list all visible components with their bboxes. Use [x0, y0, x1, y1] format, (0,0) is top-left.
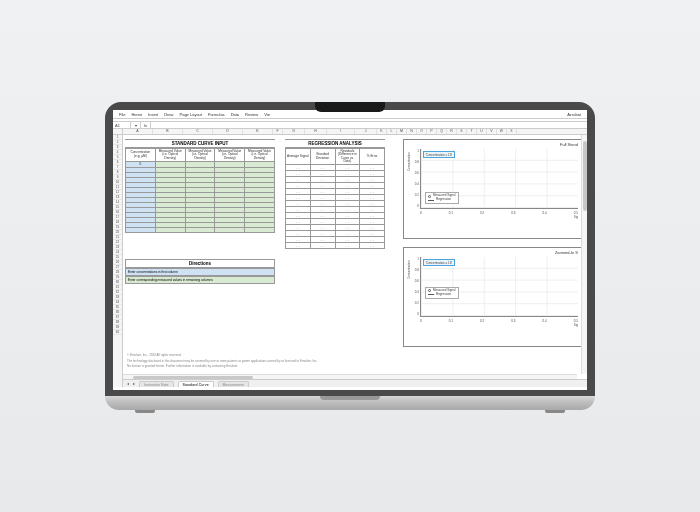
footer-line3: No license is granted herein. Further in…: [123, 364, 393, 370]
sc-cell[interactable]: [185, 227, 215, 232]
col-header-J[interactable]: J: [355, 129, 377, 134]
chart2-legend: Measured Signal Regression: [425, 287, 459, 299]
chart2-annotation: Concentration = 1D: [423, 259, 455, 266]
sheet-body[interactable]: STANDARD CURVE INPUT Concentration (e.g.…: [123, 135, 587, 387]
col-header-T[interactable]: T: [467, 129, 477, 134]
col-header-S[interactable]: S: [457, 129, 467, 134]
col-header-P[interactable]: P: [427, 129, 437, 134]
select-all-corner[interactable]: [113, 129, 123, 134]
sheet-nav-next-icon[interactable]: ▸: [133, 382, 135, 386]
reg-header-sd: Standard Deviation: [310, 149, 335, 165]
col-header-B[interactable]: B: [153, 129, 183, 134]
sheet-nav-prev-icon[interactable]: ◂: [127, 382, 129, 386]
col-header-W[interactable]: W: [497, 129, 507, 134]
sc-cell[interactable]: [215, 227, 245, 232]
tick-label: 1: [411, 149, 419, 153]
reg-header-avg: Average Signal: [286, 149, 311, 165]
ribbon-tab-formulas[interactable]: Formulas: [208, 112, 225, 117]
standard-curve-title: STANDARD CURVE INPUT: [125, 139, 275, 148]
ribbon-tab-page-layout[interactable]: Page Layout: [179, 112, 201, 117]
sheet-tab-measurement[interactable]: Measurement: [218, 381, 249, 387]
vertical-scrollbar-thumb[interactable]: [583, 141, 587, 211]
tick-label: 1: [411, 257, 419, 261]
vertical-scrollbar[interactable]: [581, 135, 587, 374]
col-header-K[interactable]: K: [377, 129, 387, 134]
ribbon-tab-draw[interactable]: Draw: [164, 112, 173, 117]
col-header-O[interactable]: O: [417, 129, 427, 134]
col-header-C[interactable]: C: [183, 129, 213, 134]
chart1-annotation: Concentration = 1D: [423, 151, 455, 158]
laptop-mockup: File Home Insert Draw Page Layout Formul…: [105, 102, 595, 410]
regression-table[interactable]: Average Signal Standard Deviation Residu…: [285, 148, 385, 249]
col-header-E[interactable]: E: [243, 129, 273, 134]
ribbon-tab-review[interactable]: Review: [245, 112, 258, 117]
table-row[interactable]: [126, 227, 275, 232]
tick-label: 0.1: [449, 319, 453, 323]
fx-label[interactable]: fx: [141, 122, 151, 128]
col-header-G[interactable]: G: [283, 129, 305, 134]
sc-header-m1: Measured Value (i.e. Optical Density): [155, 149, 185, 162]
col-header-V[interactable]: V: [487, 129, 497, 134]
reg-header-resid: Residuals (Difference in Curve vs. Data): [335, 149, 360, 165]
reg-cell[interactable]: - . -: [360, 243, 385, 249]
row-header-40[interactable]: 40: [113, 330, 122, 335]
tick-label: 0.4: [543, 319, 547, 323]
sheet-tab-instruction[interactable]: Instruction Note: [139, 381, 174, 387]
tick-label: 0.4: [543, 211, 547, 215]
col-header-D[interactable]: D: [213, 129, 243, 134]
chart2-title: Zoomed-In S: [406, 250, 580, 255]
col-header-H[interactable]: H: [305, 129, 327, 134]
tick-label: 0.3: [511, 211, 515, 215]
directions-row-1: Enter concentrations in first column: [125, 268, 275, 276]
col-header-L[interactable]: L: [387, 129, 397, 134]
col-header-R[interactable]: R: [447, 129, 457, 134]
col-header-X[interactable]: X: [507, 129, 517, 134]
chart2-plot: Concentration 00.20.40.60.81 Concentrati…: [420, 257, 578, 317]
col-header-N[interactable]: N: [407, 129, 417, 134]
tick-label: 0: [420, 211, 422, 215]
sc-cell[interactable]: [245, 227, 275, 232]
standard-curve-table[interactable]: Concentration (e.g. µM) Measured Value (…: [125, 148, 275, 233]
reg-cell[interactable]: - . -: [286, 243, 311, 249]
reg-cell[interactable]: - . -: [310, 243, 335, 249]
regression-title: REGRESSION ANALYSIS: [285, 139, 385, 148]
dash-icon: [428, 294, 434, 295]
directions-title: Directions: [125, 259, 275, 268]
tick-label: 0.6: [411, 279, 419, 283]
ribbon-tab-home[interactable]: Home: [131, 112, 142, 117]
col-header-F[interactable]: F: [273, 129, 283, 134]
col-header-Q[interactable]: Q: [437, 129, 447, 134]
ribbon-tab-file[interactable]: File: [119, 112, 125, 117]
chart1-title: Full Stand: [406, 142, 580, 147]
tick-label: 0.8: [411, 160, 419, 164]
col-header-U[interactable]: U: [477, 129, 487, 134]
formula-bar: A1 ▾ fx: [113, 122, 587, 129]
col-header-A[interactable]: A: [123, 129, 153, 134]
name-box[interactable]: A1: [113, 122, 131, 128]
sheet-tab-standard-curve[interactable]: Standard Curve: [178, 381, 214, 387]
chart-full-standard[interactable]: Full Stand Concentration 00.20.40.60.81 …: [403, 139, 583, 239]
laptop-base-notch: [320, 396, 380, 400]
tick-label: 0.4: [411, 290, 419, 294]
tick-label: 0.4: [411, 182, 419, 186]
name-box-dropdown-icon[interactable]: ▾: [131, 122, 141, 128]
reg-cell[interactable]: - . -: [335, 243, 360, 249]
notch: [315, 102, 385, 112]
chart2-xlabel: Sig: [406, 323, 578, 327]
tick-label: 0.2: [480, 319, 484, 323]
table-row[interactable]: - . -- . -- . -- . -: [286, 243, 385, 249]
sc-header-m2: Measured Value (i.e. Optical Density): [185, 149, 215, 162]
col-header-M[interactable]: M: [397, 129, 407, 134]
sc-header-m4: Measured Value (i.e. Optical Density): [245, 149, 275, 162]
chart1-legend-2: Regression: [436, 198, 451, 202]
directions-row-2: Enter corresponding measured values in r…: [125, 276, 275, 284]
col-header-I[interactable]: I: [327, 129, 355, 134]
ribbon-tab-insert[interactable]: Insert: [148, 112, 158, 117]
sc-cell[interactable]: [126, 227, 156, 232]
sc-cell[interactable]: [155, 227, 185, 232]
ribbon-tab-view[interactable]: Vie: [264, 112, 270, 117]
ribbon-tab-acrobat[interactable]: Acrobat: [567, 112, 581, 117]
chart-zoomed-in[interactable]: Zoomed-In S Concentration 00.20.40.60.81…: [403, 247, 583, 347]
tick-label: 0: [411, 204, 419, 208]
ribbon-tab-data[interactable]: Data: [231, 112, 239, 117]
